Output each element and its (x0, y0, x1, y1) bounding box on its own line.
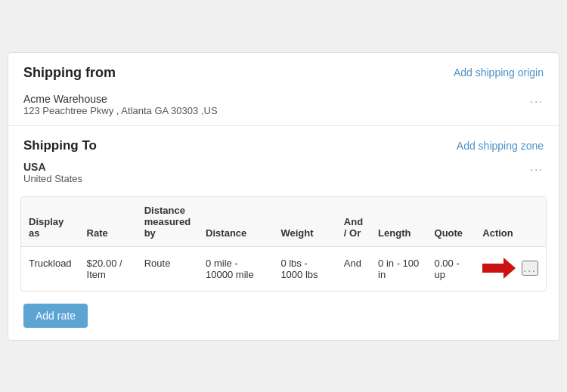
cell-action: ... (475, 246, 546, 291)
col-rate: Rate (79, 197, 137, 247)
country-code: USA (23, 161, 544, 173)
cell-display-as: Truckload (21, 246, 79, 291)
col-display-as: Displayas (21, 197, 79, 247)
cell-length: 0 in - 100 in (370, 246, 426, 291)
red-arrow-icon (482, 258, 516, 279)
add-shipping-zone-button[interactable]: Add shipping zone (457, 140, 544, 152)
origin-address: 123 Peachtree Pkwy , Atlanta GA 30303 ,U… (23, 105, 544, 116)
table-body: Truckload $20.00 / Item Route 0 mile - 1… (21, 246, 546, 291)
cell-and-or: And (336, 246, 370, 291)
col-quote: Quote (427, 197, 476, 247)
cell-quote: 0.00 - up (427, 246, 476, 291)
col-action: Action (475, 197, 546, 247)
country-info: USA United States ... (20, 159, 547, 190)
cell-rate: $20.00 / Item (79, 246, 137, 291)
cell-weight: 0 lbs - 1000 lbs (273, 246, 336, 291)
country-ellipsis-button[interactable]: ... (530, 161, 544, 173)
cell-distance: 0 mile - 10000 mile (198, 246, 273, 291)
rates-table: Displayas Rate Distancemeasuredby Distan… (21, 197, 546, 291)
shipping-from-header: Shipping from Add shipping origin (8, 53, 559, 90)
shipping-to-header: Shipping To Add shipping zone (20, 126, 547, 159)
country-name: United States (23, 173, 544, 184)
shipping-to-section: Shipping To Add shipping zone USA United… (8, 126, 559, 340)
col-weight: Weight (273, 197, 336, 247)
action-ellipsis-button[interactable]: ... (522, 261, 538, 276)
shipping-from-title: Shipping from (23, 65, 116, 81)
shipping-to-title: Shipping To (23, 138, 97, 153)
add-shipping-origin-button[interactable]: Add shipping origin (454, 66, 544, 79)
table-header: Displayas Rate Distancemeasuredby Distan… (21, 197, 546, 247)
origin-info: Acme Warehouse 123 Peachtree Pkwy , Atla… (8, 90, 559, 125)
col-and-or: And/ Or (336, 197, 370, 247)
origin-name: Acme Warehouse (23, 93, 544, 105)
col-distance: Distance (198, 197, 273, 247)
action-cell-content: ... (482, 258, 538, 279)
origin-ellipsis-button[interactable]: ... (530, 93, 544, 105)
table-row: Truckload $20.00 / Item Route 0 mile - 1… (21, 246, 546, 291)
shipping-card: Shipping from Add shipping origin Acme W… (8, 52, 559, 341)
col-distance-measured-by: Distancemeasuredby (137, 197, 198, 247)
add-rate-button[interactable]: Add rate (23, 304, 88, 328)
cell-distance-measured-by: Route (137, 246, 198, 291)
col-length: Length (370, 197, 426, 247)
rates-table-container: Displayas Rate Distancemeasuredby Distan… (20, 196, 547, 292)
